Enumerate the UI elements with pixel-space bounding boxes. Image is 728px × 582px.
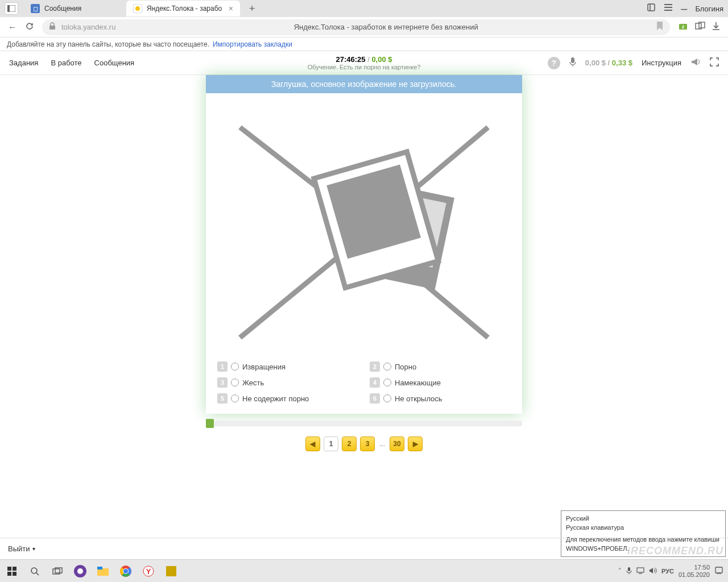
nav-messages[interactable]: Сообщения: [94, 59, 135, 67]
page-next-button[interactable]: ▶: [408, 436, 423, 451]
option-label: Жесть: [242, 379, 264, 387]
option-label: Не содержит порно: [242, 394, 309, 403]
option-perversions[interactable]: 1Извращения: [217, 361, 358, 372]
tray-mic-icon[interactable]: [626, 567, 632, 576]
windows-taskbar: Y ˄ РУС 17:50 01.05.2020: [0, 559, 728, 582]
search-icon[interactable]: [27, 564, 42, 579]
svg-rect-7: [49, 26, 55, 30]
key-badge: 4: [370, 377, 380, 388]
key-badge: 2: [370, 361, 380, 372]
page-prev-button[interactable]: ◀: [305, 436, 320, 451]
svg-line-26: [36, 573, 39, 575]
fullscreen-icon[interactable]: [710, 57, 719, 68]
extension-icon[interactable]: 2: [678, 21, 688, 34]
tray-volume-icon[interactable]: [649, 567, 657, 575]
key-badge: 6: [370, 393, 380, 404]
svg-rect-42: [628, 567, 630, 571]
bookmark-icon[interactable]: [656, 22, 663, 32]
key-badge: 5: [217, 393, 228, 404]
tray-notifications-icon[interactable]: [714, 566, 723, 576]
svg-rect-21: [7, 567, 11, 571]
browser-address-bar-row: ← toloka.yandex.ru Яндекс.Толока - зараб…: [0, 17, 728, 38]
browser-tab-messages[interactable]: ◻ Сообщения: [24, 1, 126, 16]
option-no-porn[interactable]: 5Не содержит порно: [217, 393, 358, 404]
menu-icon[interactable]: [664, 3, 673, 14]
instruction-link[interactable]: Инструкция: [642, 59, 681, 67]
explorer-icon[interactable]: [96, 564, 110, 579]
tray-chevron-icon[interactable]: ˄: [618, 567, 622, 575]
tab-title: Яндекс.Толока - зарабо: [147, 5, 222, 13]
ime-kbd: Русская клавиатура: [566, 523, 721, 532]
option-hinting[interactable]: 4Намекающие: [370, 377, 511, 388]
address-bar[interactable]: toloka.yandex.ru Яндекс.Толока - заработ…: [42, 19, 670, 35]
option-label: Извращения: [242, 363, 286, 371]
option-label: Не открылось: [395, 394, 442, 403]
reload-icon[interactable]: [25, 22, 34, 33]
download-icon[interactable]: [712, 22, 720, 33]
start-icon[interactable]: [5, 564, 19, 579]
radio-icon: [383, 379, 391, 386]
task-card: Заглушка, основное изображение не загруз…: [206, 75, 522, 414]
exit-button[interactable]: Выйти ▾: [8, 544, 35, 553]
toloka-header: Задания В работе Сообщения 27:46:25 / 0,…: [0, 51, 728, 75]
new-tab-button[interactable]: +: [245, 3, 260, 15]
browser-tab-toloka[interactable]: Яндекс.Толока - зарабо ×: [126, 1, 240, 16]
alice-icon[interactable]: [73, 564, 88, 579]
option-gore[interactable]: 3Жесть: [217, 377, 358, 388]
profile-label[interactable]: Блогиня: [695, 5, 723, 13]
page-button-3[interactable]: 3: [360, 436, 375, 451]
option-porn[interactable]: 2Порно: [370, 361, 511, 372]
svg-point-38: [123, 569, 128, 573]
svg-rect-45: [715, 567, 722, 573]
ime-lang: Русский: [566, 514, 721, 523]
taskview-icon[interactable]: [50, 564, 65, 579]
nav-in-work[interactable]: В работе: [51, 59, 81, 67]
bookmark-reader-icon[interactable]: [647, 3, 656, 14]
svg-rect-12: [571, 57, 574, 63]
mic-icon[interactable]: [569, 57, 576, 69]
minimize-icon[interactable]: –: [681, 2, 687, 15]
svg-point-25: [31, 568, 37, 573]
task-name: Обучение. Есть ли порно на картинке?: [308, 64, 421, 70]
page-title: Яндекс.Толока - заработок в интернете бе…: [121, 23, 651, 31]
extensions-menu-icon[interactable]: [695, 22, 705, 33]
svg-rect-23: [7, 572, 11, 576]
chrome-icon[interactable]: [118, 564, 133, 579]
tray-cast-icon[interactable]: [636, 567, 644, 575]
page-button-last[interactable]: 30: [390, 436, 404, 451]
option-not-opened[interactable]: 6Не открылось: [370, 393, 511, 404]
yandex-browser-icon[interactable]: Y: [141, 564, 156, 579]
page-button-1[interactable]: 1: [324, 436, 338, 451]
svg-text:2: 2: [682, 24, 685, 30]
placeholder-image: [206, 93, 522, 355]
back-icon[interactable]: ←: [8, 22, 17, 32]
svg-point-30: [77, 568, 83, 574]
announce-icon[interactable]: [690, 57, 701, 69]
app-icon[interactable]: [164, 564, 179, 579]
bookmark-hint: Добавляйте на эту панель сайты, которые …: [7, 40, 209, 48]
import-bookmarks-link[interactable]: Импортировать закладки: [213, 40, 292, 48]
svg-rect-43: [637, 568, 644, 572]
help-icon[interactable]: ?: [548, 57, 560, 69]
progress-thumb[interactable]: [206, 419, 214, 428]
svg-rect-22: [13, 567, 16, 571]
svg-rect-3: [648, 4, 655, 11]
svg-point-2: [135, 6, 140, 11]
radio-icon: [383, 394, 391, 402]
option-label: Намекающие: [395, 379, 441, 387]
url-text: toloka.yandex.ru: [61, 23, 115, 31]
lock-icon: [49, 22, 56, 32]
tray-lang[interactable]: РУС: [661, 568, 674, 575]
radio-icon: [231, 363, 239, 371]
options-grid: 1Извращения 2Порно 3Жесть 4Намекающие 5Н…: [206, 355, 522, 414]
tray-clock[interactable]: 17:50 01.05.2020: [679, 564, 710, 577]
svg-rect-24: [13, 572, 16, 576]
nav-tasks[interactable]: Задания: [9, 59, 38, 67]
svg-rect-1: [7, 5, 10, 12]
progress-bar[interactable]: [206, 421, 522, 426]
sidebar-toggle-icon[interactable]: [5, 2, 18, 15]
close-icon[interactable]: ×: [229, 4, 233, 13]
page-button-2[interactable]: 2: [342, 436, 357, 451]
page-ellipsis: ...: [378, 440, 386, 448]
svg-rect-41: [166, 566, 176, 576]
